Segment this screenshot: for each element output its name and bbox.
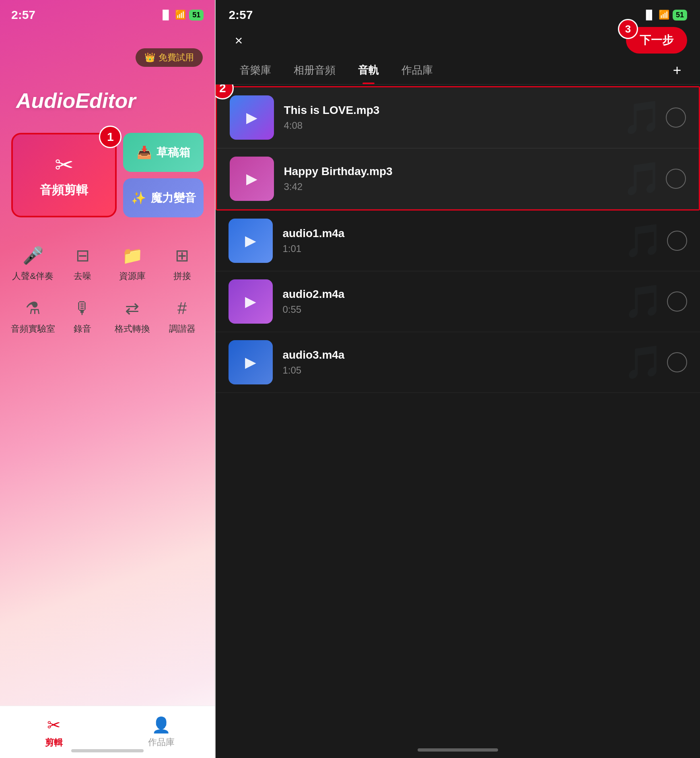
close-button[interactable]: × — [229, 33, 249, 48]
next-step-label: 下一步 — [640, 33, 673, 48]
song-info: audio3.m4a 1:05 — [282, 349, 657, 376]
tab-album-audio-label: 相册音頻 — [294, 63, 336, 77]
tab-add-button[interactable]: + — [667, 60, 687, 81]
play-icon: ▶ — [245, 354, 256, 371]
home-indicator-right — [216, 742, 700, 758]
song-title: Happy Birthday.mp3 — [284, 165, 656, 178]
song-info: audio2.m4a 0:55 — [282, 288, 657, 315]
record-icon: 🎙 — [74, 299, 91, 318]
home-indicator-bar — [418, 748, 498, 752]
next-step-button[interactable]: 3 下一步 — [626, 27, 687, 54]
tool-library[interactable]: 📁 資源庫 — [107, 238, 157, 290]
main-buttons-container: 1 ✂ 音頻剪輯 📥 草稿箱 ✨ 魔力變音 — [0, 113, 215, 217]
song-duration: 4:08 — [284, 120, 656, 131]
left-screen: 2:57 ▐▌ 📶 51 👑 免費試用 AudioEditor 1 ✂ 音頻剪輯… — [0, 0, 215, 758]
tab-audio-track[interactable]: 音軌 — [347, 56, 390, 84]
tab-album-audio[interactable]: 相册音頻 — [282, 56, 347, 84]
library-label: 資源庫 — [119, 270, 146, 282]
song-select-button[interactable] — [666, 107, 686, 128]
lab-icon: ⚗ — [25, 298, 41, 318]
left-status-icons: ▐▌ 📶 51 — [159, 10, 204, 21]
free-trial-label: 免費試用 — [159, 52, 194, 64]
nav-edit-icon: ✂ — [47, 716, 61, 734]
song-info: audio1.m4a 1:01 — [282, 227, 657, 254]
tool-denoise[interactable]: ⊟ 去噪 — [58, 238, 108, 290]
draft-label: 草稿箱 — [156, 145, 190, 160]
step1-badge: 1 — [99, 126, 121, 148]
nav-portfolio-icon: 👤 — [152, 716, 171, 734]
tab-works[interactable]: 作品庫 — [390, 56, 444, 84]
audio-edit-button[interactable]: 1 ✂ 音頻剪輯 — [11, 133, 117, 217]
tuner-label: 調諧器 — [169, 323, 196, 335]
song-thumb: ▶ — [229, 340, 273, 384]
tab-music-library[interactable]: 音樂庫 — [229, 56, 282, 84]
right-small-buttons: 📥 草稿箱 ✨ 魔力變音 — [123, 133, 204, 217]
denoise-icon: ⊟ — [76, 246, 90, 265]
nav-portfolio-label: 作品庫 — [148, 736, 175, 748]
right-wifi-icon: 📶 — [659, 10, 669, 20]
tool-convert[interactable]: ⇄ 格式轉換 — [107, 290, 157, 343]
vocal-icon: 🎤 — [23, 246, 43, 265]
right-status-time: 2:57 — [229, 8, 253, 22]
right-header: × 3 下一步 — [216, 24, 700, 56]
tab-plus-icon: + — [673, 62, 681, 79]
song-select-button[interactable] — [666, 169, 686, 189]
play-icon: ▶ — [245, 293, 256, 310]
tuner-icon: # — [177, 299, 187, 318]
right-battery-badge: 51 — [673, 10, 687, 21]
song-select-button[interactable] — [667, 352, 687, 372]
song-select-button[interactable] — [667, 231, 687, 251]
left-status-bar: 2:57 ▐▌ 📶 51 — [0, 0, 215, 24]
app-title: AudioEditor — [0, 24, 215, 113]
convert-icon: ⇄ — [125, 298, 139, 318]
tool-record[interactable]: 🎙 錄音 — [58, 290, 108, 343]
song-duration: 3:42 — [284, 181, 656, 192]
tool-tuner[interactable]: # 調諧器 — [157, 290, 207, 343]
magic-button[interactable]: ✨ 魔力變音 — [123, 178, 204, 217]
audio-edit-label: 音頻剪輯 — [40, 182, 88, 198]
watermark-icon: 🎵 — [622, 99, 663, 136]
song-item[interactable]: ▶ audio1.m4a 1:01 🎵 — [216, 211, 700, 271]
song-title: audio3.m4a — [282, 349, 657, 361]
magic-icon: ✨ — [131, 191, 146, 205]
left-status-time: 2:57 — [11, 8, 35, 22]
bottom-nav: ✂ 剪輯 👤 作品庫 — [0, 706, 215, 758]
tool-vocal[interactable]: 🎤 人聲&伴奏 — [8, 238, 58, 290]
song-item[interactable]: ▶ audio2.m4a 0:55 🎵 — [216, 271, 700, 332]
play-icon: ▶ — [246, 170, 257, 187]
nav-edit-label: 剪輯 — [45, 737, 63, 749]
watermark-icon: 🎵 — [624, 343, 664, 381]
song-item[interactable]: ▶ Happy Birthday.mp3 3:42 🎵 — [217, 148, 699, 209]
song-title: audio2.m4a — [282, 288, 657, 301]
tab-audio-track-label: 音軌 — [358, 63, 379, 77]
watermark-icon: 🎵 — [624, 283, 664, 320]
tab-works-label: 作品庫 — [401, 63, 433, 77]
draft-icon: 📥 — [137, 145, 152, 159]
battery-badge: 51 — [189, 10, 204, 21]
merge-label: 拼接 — [173, 270, 191, 282]
highlighted-songs-group: 2 ▶ This is LOVE.mp3 4:08 🎵 ▶ Ha — [216, 86, 700, 211]
watermark-icon: 🎵 — [622, 160, 663, 198]
right-signal-icon: ▐▌ — [643, 10, 655, 20]
right-status-icons: ▐▌ 📶 51 — [643, 10, 687, 21]
free-trial-badge[interactable]: 👑 免費試用 — [136, 48, 203, 67]
denoise-label: 去噪 — [74, 270, 91, 282]
song-item[interactable]: ▶ audio3.m4a 1:05 🎵 — [216, 332, 700, 393]
watermark-icon: 🎵 — [624, 222, 664, 260]
song-thumb: ▶ — [229, 279, 273, 324]
tab-music-library-label: 音樂庫 — [240, 63, 271, 77]
song-duration: 1:05 — [282, 365, 657, 376]
song-thumb: ▶ — [230, 95, 274, 140]
signal-icon: ▐▌ — [159, 10, 172, 20]
song-select-button[interactable] — [667, 291, 687, 312]
tool-merge[interactable]: ⊞ 拼接 — [157, 238, 207, 290]
song-thumb: ▶ — [230, 157, 274, 201]
scissors-icon: ✂ — [55, 152, 74, 178]
song-item[interactable]: ▶ This is LOVE.mp3 4:08 🎵 — [217, 87, 699, 148]
tab-bar: 音樂庫 相册音頻 音軌 作品庫 + — [216, 56, 700, 85]
song-thumb: ▶ — [229, 219, 273, 263]
tool-lab[interactable]: ⚗ 音頻實驗室 — [8, 290, 58, 343]
draft-button[interactable]: 📥 草稿箱 — [123, 133, 204, 172]
step3-badge: 3 — [618, 19, 638, 39]
record-label: 錄音 — [74, 323, 91, 335]
